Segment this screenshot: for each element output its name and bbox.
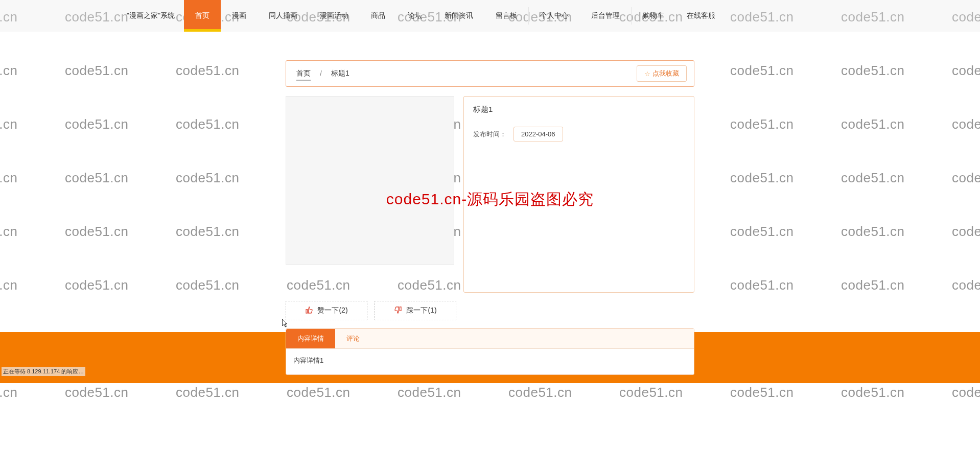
watermark-text: code51.cn <box>841 170 904 186</box>
breadcrumb: 首页 / 标题1 <box>296 69 349 78</box>
nav-item-5[interactable]: 论坛 <box>396 0 433 32</box>
breadcrumb-separator: / <box>320 69 322 78</box>
content-tab-panel: 内容详情 评论 内容详情1 <box>286 328 694 375</box>
tab-content-detail[interactable]: 内容详情 <box>286 329 335 348</box>
watermark-text: code51.cn <box>841 224 904 240</box>
tab-header: 内容详情 评论 <box>286 329 694 349</box>
cover-image-placeholder <box>286 96 454 265</box>
watermark-text: code51.cn <box>0 116 17 132</box>
favorite-button[interactable]: ☆ 点我收藏 <box>637 65 687 82</box>
watermark-text: code51.cn <box>0 170 17 186</box>
nav-item-4[interactable]: 商品 <box>360 0 396 32</box>
dislike-button[interactable]: 踩一下(1) <box>375 301 456 320</box>
watermark-text: code51.cn <box>730 63 794 79</box>
watermark-text: code51.cn <box>508 385 572 400</box>
watermark-text: code51.cn <box>0 63 17 79</box>
top-header: "漫画之家"系统 首页漫画同人插画漫画活动商品论坛新闻资讯留言板个人中心后台管理… <box>0 0 980 32</box>
nav-item-3[interactable]: 漫画活动 <box>309 0 360 32</box>
detail-panel: 标题1 发布时间： 2022-04-06 <box>463 96 694 293</box>
watermark-text: code51.cn <box>730 224 794 240</box>
watermark-text: code51.cn <box>0 385 17 400</box>
watermark-text: code51.cn <box>730 116 794 132</box>
watermark-text: code51.cn <box>952 224 980 240</box>
watermark-text: code51.cn <box>65 224 128 240</box>
nav-item-11[interactable]: 在线客服 <box>675 0 730 32</box>
nav-item-9[interactable]: 后台管理 <box>580 0 631 32</box>
watermark-text: code51.cn <box>287 385 350 400</box>
detail-title: 标题1 <box>473 105 685 114</box>
watermark-text: code51.cn <box>0 277 17 293</box>
watermark-text: code51.cn <box>65 63 128 79</box>
browser-status-text: 正在等待 8.129.11.174 的响应… <box>2 367 85 376</box>
like-button[interactable]: 赞一下(2) <box>286 301 367 320</box>
breadcrumb-bar: 首页 / 标题1 ☆ 点我收藏 <box>286 60 694 87</box>
nav-item-7[interactable]: 留言板 <box>484 0 528 32</box>
like-label: 赞一下(2) <box>317 306 347 315</box>
watermark-text: code51.cn <box>730 170 794 186</box>
publish-meta: 发布时间： 2022-04-06 <box>473 127 685 141</box>
tab-body: 内容详情1 <box>286 349 694 374</box>
nav-item-10[interactable]: 购物车 <box>632 0 675 32</box>
watermark-text: code51.cn <box>952 116 980 132</box>
nav-item-8[interactable]: 个人中心 <box>529 0 580 32</box>
watermark-text: code51.cn <box>841 116 904 132</box>
watermark-text: code51.cn <box>65 116 128 132</box>
watermark-text: code51.cn <box>841 385 904 400</box>
publish-date: 2022-04-06 <box>514 127 563 141</box>
watermark-text: code51.cn <box>730 385 794 400</box>
nav-item-6[interactable]: 新闻资讯 <box>433 0 484 32</box>
watermark-text: code51.cn <box>619 385 683 400</box>
nav-item-2[interactable]: 同人插画 <box>258 0 309 32</box>
watermark-text: code51.cn <box>0 224 17 240</box>
dislike-label: 踩一下(1) <box>406 306 436 315</box>
thumb-down-icon <box>394 306 402 316</box>
watermark-text: code51.cn <box>176 224 239 240</box>
watermark-text: code51.cn <box>176 385 239 400</box>
main-content: 首页 / 标题1 ☆ 点我收藏 标题1 发布时间： 2022-04-06 赞一下… <box>286 60 694 375</box>
breadcrumb-home[interactable]: 首页 <box>296 69 311 78</box>
favorite-label: 点我收藏 <box>652 69 679 78</box>
watermark-text: code51.cn <box>65 170 128 186</box>
watermark-text: code51.cn <box>952 170 980 186</box>
publish-label: 发布时间： <box>473 130 506 139</box>
watermark-text: code51.cn <box>176 116 239 132</box>
top-nav: 首页漫画同人插画漫画活动商品论坛新闻资讯留言板个人中心后台管理购物车在线客服 <box>184 0 730 32</box>
watermark-text: code51.cn <box>952 277 980 293</box>
watermark-text: code51.cn <box>176 277 239 293</box>
star-icon: ☆ <box>644 70 650 78</box>
watermark-text: code51.cn <box>398 385 461 400</box>
watermark-text: code51.cn <box>841 277 904 293</box>
nav-item-1[interactable]: 漫画 <box>221 0 258 32</box>
breadcrumb-current: 标题1 <box>331 69 349 78</box>
watermark-text: code51.cn <box>65 385 128 400</box>
tab-comments[interactable]: 评论 <box>335 329 371 348</box>
watermark-text: code51.cn <box>730 277 794 293</box>
watermark-text: code51.cn <box>65 277 128 293</box>
watermark-text: code51.cn <box>952 63 980 79</box>
watermark-text: code51.cn <box>952 385 980 400</box>
brand-text: "漫画之家"系统 <box>118 0 184 32</box>
watermark-text: code51.cn <box>176 170 239 186</box>
detail-row: 标题1 发布时间： 2022-04-06 <box>286 96 694 293</box>
watermark-text: code51.cn <box>176 63 239 79</box>
watermark-text: code51.cn <box>841 63 904 79</box>
reaction-row: 赞一下(2) 踩一下(1) <box>286 301 694 320</box>
thumb-up-icon <box>305 306 313 316</box>
nav-item-0[interactable]: 首页 <box>184 0 221 32</box>
